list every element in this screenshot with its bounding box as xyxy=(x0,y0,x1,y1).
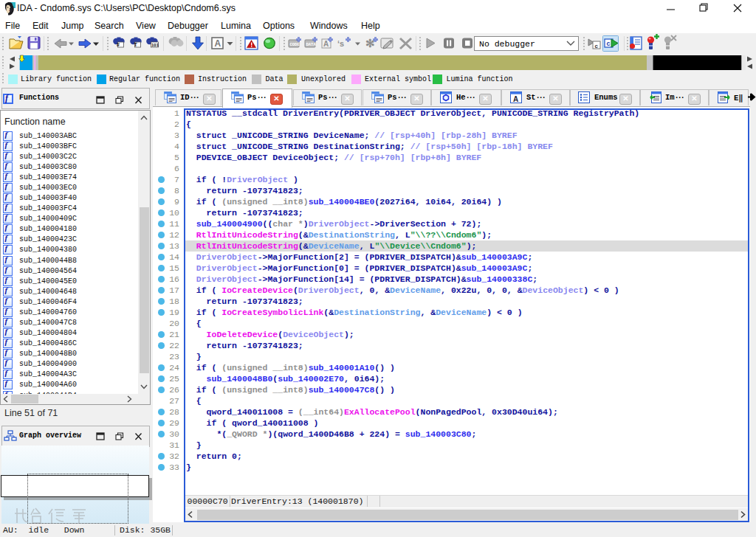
svg-text:‘s: ‘s xyxy=(337,39,344,48)
svg-text:c: c xyxy=(607,40,611,47)
svg-text:T: T xyxy=(134,42,138,47)
svg-text:c: c xyxy=(595,43,599,49)
svg-text:DATA: DATA xyxy=(306,42,316,47)
svg-text:101: 101 xyxy=(151,43,159,47)
svg-text:#: # xyxy=(117,42,120,47)
svg-text:A: A xyxy=(513,95,518,103)
svg-text:A: A xyxy=(323,40,329,48)
svg-text:A: A xyxy=(215,38,221,49)
svg-text:CODE: CODE xyxy=(289,42,300,47)
